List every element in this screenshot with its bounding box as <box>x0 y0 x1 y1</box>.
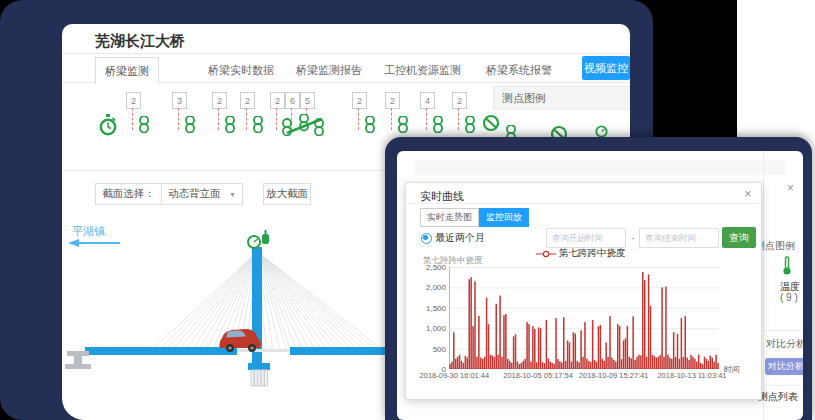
chain-icon[interactable] <box>184 116 196 133</box>
sensor-count-badge: 2 <box>212 92 227 109</box>
modal-tab-bar: 实时走势图监控回放 <box>420 208 529 227</box>
end-time-input[interactable] <box>639 228 719 248</box>
x-tick: 2018-09-30 16:01:44 <box>414 371 494 380</box>
sensor-count-badge: 4 <box>420 92 435 109</box>
point-list-title: 测点列表 <box>758 390 798 404</box>
tab-桥梁实时数据[interactable]: 桥梁实时数据 <box>208 63 274 78</box>
deflection-series <box>449 267 719 369</box>
header-divider <box>62 53 630 54</box>
page-title: 芜湖长江大桥 <box>95 32 185 51</box>
prohibition-icon[interactable] <box>482 114 500 132</box>
sensor-count-badge: 2 <box>385 92 400 109</box>
sensor-count-badge: 2 <box>352 92 367 109</box>
modal-title: 实时曲线 <box>420 189 464 204</box>
y-tick: 1,000 <box>414 324 446 333</box>
video-monitor-button[interactable]: 视频监控 <box>582 56 630 80</box>
query-button[interactable]: 查询 <box>722 227 756 248</box>
gauge-icon <box>248 236 260 248</box>
tab-桥梁监测报告[interactable]: 桥梁监测报告 <box>296 63 362 78</box>
overlay-page: × 测点图例 温度 ( 9 ) 对比分析 对比分析 测点列表 实时曲线 × 实时… <box>397 151 803 420</box>
underlying-toolbar <box>415 160 785 175</box>
x-tick: 2018-10-05 05:17:54 <box>498 371 578 380</box>
sensor-count-badge: 5 <box>300 92 315 109</box>
x-tick: 2018-10-09 15:27:41 <box>574 371 654 380</box>
y-tick: 1,500 <box>414 304 446 313</box>
chain-icon[interactable] <box>224 116 236 133</box>
panel-close-icon[interactable]: × <box>787 181 794 195</box>
y-tick: 2,500 <box>414 263 446 272</box>
overlay-window: × 测点图例 温度 ( 9 ) 对比分析 对比分析 测点列表 实时曲线 × 实时… <box>385 137 812 420</box>
legend-label: 第七跨跨中挠度 <box>559 247 626 260</box>
modal-header-divider <box>406 203 759 204</box>
timeline-dash <box>276 108 277 130</box>
side-divider-1 <box>763 330 803 331</box>
chain-icon[interactable] <box>432 116 444 133</box>
sensor-icon <box>262 230 269 244</box>
timeline-dash <box>458 108 459 130</box>
timeline-dash <box>246 108 247 130</box>
zoom-section-button[interactable]: 放大截面 <box>263 183 311 205</box>
chain-icon[interactable] <box>252 116 264 133</box>
y-tick: 2,000 <box>414 283 446 292</box>
sensor-count-badge: 2 <box>270 92 285 109</box>
modal-tab-实时走势图[interactable]: 实时走势图 <box>420 208 479 227</box>
chain-icon[interactable] <box>364 116 376 133</box>
thermometer-icon <box>781 256 793 276</box>
x-tick: 2018-10-13 11:03:41 <box>652 371 732 380</box>
chain-icon[interactable] <box>464 116 476 133</box>
side-panel-divider <box>763 151 764 420</box>
tab-桥梁系统报警[interactable]: 桥梁系统报警 <box>486 63 552 78</box>
x-axis-name: 时间 <box>724 364 740 375</box>
timeline-dash <box>178 108 179 130</box>
section-select-label: 截面选择： <box>95 183 162 205</box>
recent-radio-dot <box>423 235 428 240</box>
legend-marker-icon <box>536 250 556 258</box>
modal-close-icon[interactable]: × <box>744 186 752 201</box>
sensor-cluster-icon[interactable] <box>282 114 328 136</box>
timeline-dash <box>132 108 133 130</box>
compare-button[interactable]: 对比分析 <box>765 358 803 375</box>
chain-icon[interactable] <box>397 116 409 133</box>
tab-桥梁监测[interactable]: 桥梁监测 <box>95 57 159 84</box>
modal-tab-监控回放[interactable]: 监控回放 <box>479 208 529 227</box>
y-tick: 500 <box>414 345 446 354</box>
compare-title: 对比分析 <box>766 337 803 351</box>
sensor-count-badge: 6 <box>285 92 300 109</box>
recent-radio-label: 最近两个月 <box>435 231 485 245</box>
timeline-dash <box>426 108 427 130</box>
sensor-count-badge: 2 <box>126 92 141 109</box>
bridge-diagram <box>62 210 386 420</box>
sensor-count-badge: 2 <box>452 92 467 109</box>
realtime-curve-modal: 实时曲线 × 实时走势图监控回放 最近两个月 - 查询 第七跨跨中挠度 第七跨跨… <box>405 182 762 400</box>
timeline-dash <box>391 108 392 130</box>
sensor-count-badge: 3 <box>172 92 187 109</box>
section-select-value: 动态背立面 <box>168 187 221 201</box>
tab-工控机资源监测[interactable]: 工控机资源监测 <box>384 63 461 78</box>
timeline-dash <box>218 108 219 130</box>
timeline-dash <box>358 108 359 130</box>
temperature-count: ( 9 ) <box>780 292 798 303</box>
side-divider-2 <box>763 385 803 386</box>
chart-legend[interactable]: 第七跨跨中挠度 <box>536 247 626 260</box>
chain-icon[interactable] <box>138 116 150 133</box>
start-time-input[interactable] <box>546 228 626 248</box>
point-legend-title: 测点图例 <box>502 91 546 106</box>
sensor-count-badge: 2 <box>240 92 255 109</box>
range-separator: - <box>631 232 634 243</box>
stopwatch-icon[interactable] <box>98 114 118 136</box>
chevron-down-icon: ▼ <box>229 191 236 198</box>
section-select-dropdown[interactable]: 动态背立面 ▼ <box>161 183 243 205</box>
